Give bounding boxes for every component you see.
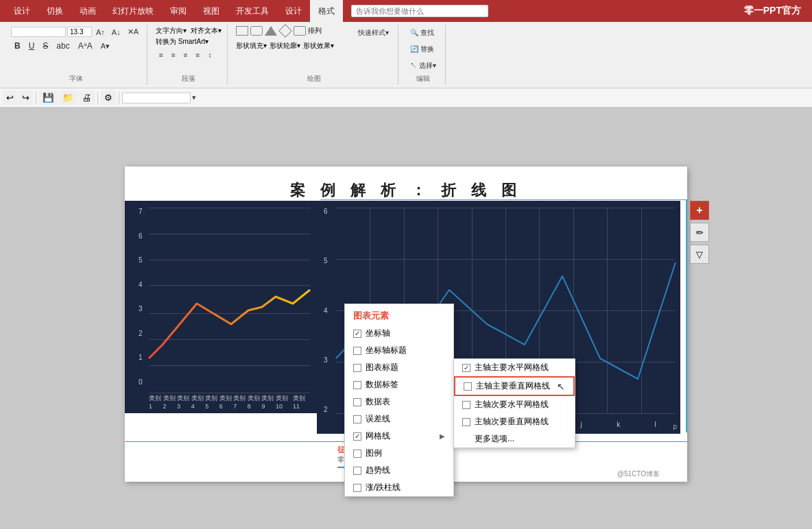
menu-checkbox-legend xyxy=(353,450,361,458)
menu-item-gridlines[interactable]: 网格线 ▶ xyxy=(345,428,453,445)
add-element-button[interactable]: + xyxy=(690,201,709,220)
tab-slideshow[interactable]: 幻灯片放映 xyxy=(104,0,162,22)
watermark: @51CTO博客 xyxy=(617,469,660,479)
underline-button[interactable]: U xyxy=(25,39,38,53)
menu-checkbox-axis xyxy=(353,330,361,338)
menu-item-error-bars[interactable]: 误差线 xyxy=(345,410,453,428)
tab-view[interactable]: 视图 xyxy=(195,0,228,22)
tab-developer[interactable]: 开发工具 xyxy=(228,0,277,22)
drawing-group-label: 绘图 xyxy=(307,73,321,84)
tab-review[interactable]: 审阅 xyxy=(162,0,195,22)
menu-item-axis-title[interactable]: 坐标轴标题 xyxy=(345,342,453,359)
shape-cylinder[interactable] xyxy=(294,26,306,36)
cursor-icon: ↖ xyxy=(557,381,565,392)
submenu-label-major-h: 主轴主要水平网格线 xyxy=(475,362,549,373)
menu-item-trendline[interactable]: 趋势线 xyxy=(345,462,453,479)
submenu-checkbox-major-h xyxy=(462,364,470,372)
toolbar-redo[interactable]: ↪ xyxy=(19,90,33,105)
chart-style-button[interactable]: ✏ xyxy=(690,223,709,242)
font-size-increase[interactable]: A↑ xyxy=(93,27,108,38)
menu-item-data-labels[interactable]: 数据标签 xyxy=(345,376,453,393)
ribbon-tab-bar: 设计 切换 动画 幻灯片放映 审阅 视图 开发工具 设计 格式 零一PPT官方 xyxy=(0,0,812,22)
menu-item-chart-title[interactable]: 图表标题 xyxy=(345,359,453,376)
shadow-button[interactable]: abc xyxy=(53,39,73,53)
submenu-item-major-h[interactable]: 主轴主要水平网格线 xyxy=(454,359,575,376)
gridline xyxy=(149,393,310,393)
tab-switch[interactable]: 切换 xyxy=(38,0,71,22)
align-left[interactable]: ≡ xyxy=(156,49,167,61)
right-blue-line xyxy=(686,199,687,432)
align-text-label: 对齐文本▾ xyxy=(191,26,222,36)
align-right[interactable]: ≡ xyxy=(180,49,191,61)
menu-checkbox-gridlines xyxy=(353,432,361,441)
quick-style[interactable]: 快速样式▾ xyxy=(355,26,392,40)
menu-label-legend: 图例 xyxy=(366,447,382,459)
menu-label-data-labels: 数据标签 xyxy=(366,379,398,391)
menu-item-axis[interactable]: 坐标轴 xyxy=(345,325,453,342)
shape-fill-label: 形状填充▾ xyxy=(236,41,267,51)
shape-rounded[interactable] xyxy=(250,26,263,36)
menu-label-axis: 坐标轴 xyxy=(366,328,390,339)
replace-button[interactable]: 🔄 替换 xyxy=(407,42,438,56)
toolbar-options[interactable]: ⚙ xyxy=(101,90,116,105)
left-chart-y-axis: 7 6 5 4 3 2 1 0 xyxy=(139,208,143,386)
menu-label-error-bars: 误差线 xyxy=(366,413,390,425)
submenu-item-more-options[interactable]: 更多选项... xyxy=(454,430,575,447)
zoom-input[interactable] xyxy=(122,93,191,103)
menu-label-chart-title: 图表标题 xyxy=(366,362,398,373)
toolbar-undo[interactable]: ↩ xyxy=(3,90,17,105)
shape-rect[interactable] xyxy=(236,26,248,36)
menu-item-up-down-bars[interactable]: 涨/跌柱线 xyxy=(345,479,453,496)
shape-diamond[interactable] xyxy=(278,24,292,38)
chart-filter-button[interactable]: ▽ xyxy=(690,245,709,264)
tab-design2[interactable]: 设计 xyxy=(277,0,310,22)
paragraph-group-label: 段落 xyxy=(182,73,195,84)
context-menu: 图表元素 坐标轴 坐标轴标题 图表标题 数据标签 xyxy=(344,304,454,497)
context-menu-header: 图表元素 xyxy=(345,304,453,325)
main-area: 案 例 解 析 ： 折 线 图 7 6 5 4 3 2 1 0 xyxy=(0,108,812,529)
font-family-input[interactable] xyxy=(11,27,66,37)
paragraph-group: 文字方向▾ 对齐文本▾ 转换为 SmartArt▾ ≡ ≡ ≡ ≡ ↕ 段落 xyxy=(150,25,228,85)
line-spacing[interactable]: ↕ xyxy=(204,49,215,61)
font-color[interactable]: A▾ xyxy=(97,40,113,53)
menu-checkbox-data-labels xyxy=(353,381,361,389)
submenu-checkbox-minor-h xyxy=(462,401,470,409)
text-direction-label: 文字方向▾ xyxy=(156,26,187,36)
toolbar-open[interactable]: 📁 xyxy=(59,90,77,105)
submenu-label-minor-h: 主轴次要水平网格线 xyxy=(475,399,549,410)
submenu-item-minor-h[interactable]: 主轴次要水平网格线 xyxy=(454,396,575,413)
menu-label-axis-title: 坐标轴标题 xyxy=(366,345,407,356)
shape-effect-label: 形状效果▾ xyxy=(303,41,334,51)
zoom-dropdown[interactable]: ▾ xyxy=(192,93,196,102)
toolbar-print[interactable]: 🖨 xyxy=(79,90,95,105)
clear-format[interactable]: ✕A xyxy=(125,26,141,38)
font-size-decrease[interactable]: A↓ xyxy=(109,27,123,38)
justify[interactable]: ≡ xyxy=(193,49,204,61)
menu-checkbox-data-table xyxy=(353,398,361,406)
shape-outline-label: 形状轮廓▾ xyxy=(270,41,300,51)
strikethrough-button[interactable]: S xyxy=(39,39,51,53)
select-button[interactable]: ↖ 选择▾ xyxy=(407,59,440,73)
font-size-input[interactable] xyxy=(67,27,92,37)
search-input[interactable] xyxy=(351,5,488,17)
submenu-label-more-options: 更多选项... xyxy=(462,433,514,445)
submenu-item-minor-v[interactable]: 主轴次要垂直网格线 xyxy=(454,413,575,430)
submenu-label-major-v: 主轴主要垂直网格线 xyxy=(476,380,550,392)
tab-design[interactable]: 设计 xyxy=(5,0,38,22)
menu-label-up-down-bars: 涨/跌柱线 xyxy=(366,482,401,493)
shape-arrange[interactable]: 排列 xyxy=(308,26,322,40)
font-group: A↑ A↓ ✕A B U S abc AᵃA A▾ 字体 xyxy=(5,25,147,85)
font-aa[interactable]: AᵃA xyxy=(75,39,96,53)
find-button[interactable]: 🔍 查找 xyxy=(407,26,438,40)
toolbar-separator-3 xyxy=(119,92,119,104)
shape-tri[interactable] xyxy=(265,26,277,36)
tab-animation[interactable]: 动画 xyxy=(71,0,104,22)
submenu-item-major-v[interactable]: 主轴主要垂直网格线 ↖ xyxy=(454,376,575,396)
align-center[interactable]: ≡ xyxy=(168,49,179,61)
menu-item-legend[interactable]: 图例 xyxy=(345,445,453,462)
menu-item-data-table[interactable]: 数据表 xyxy=(345,393,453,410)
toolbar-save[interactable]: 💾 xyxy=(39,90,58,105)
submenu: 主轴主要水平网格线 主轴主要垂直网格线 ↖ 主轴次要水平网格线 主轴次要垂直网格… xyxy=(453,358,575,448)
bold-button[interactable]: B xyxy=(11,39,24,53)
tab-format[interactable]: 格式 xyxy=(310,0,343,22)
